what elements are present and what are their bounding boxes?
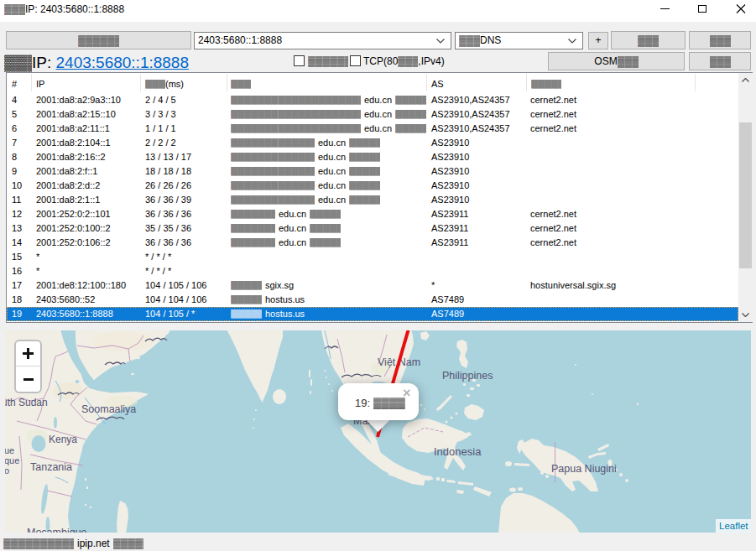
svg-text:que: que — [5, 455, 19, 465]
svg-text:ue: ue — [5, 445, 14, 455]
svg-text:Papua Niugini: Papua Niugini — [551, 463, 617, 475]
svg-text:uth Sudan: uth Sudan — [5, 397, 48, 408]
svg-text:Indonesia: Indonesia — [434, 445, 482, 458]
svg-text:Soomaaliya: Soomaaliya — [81, 403, 136, 415]
svg-text:o: o — [5, 465, 9, 476]
svg-text:Tanzania: Tanzania — [30, 461, 72, 473]
svg-text:Mocambique: Mocambique — [27, 527, 87, 533]
svg-text:Philippines: Philippines — [442, 370, 493, 382]
svg-text:Kenya: Kenya — [49, 434, 77, 445]
